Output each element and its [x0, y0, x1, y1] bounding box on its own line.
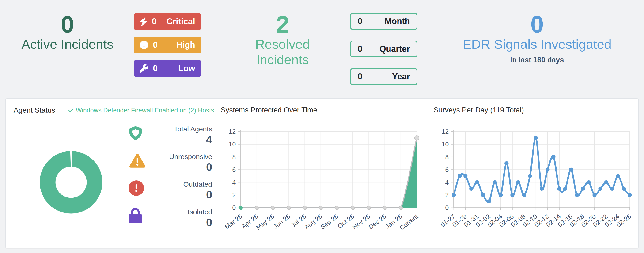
active-incidents-metric: 0 Active Incidents [7, 12, 128, 52]
critical-count: 0 [152, 17, 157, 26]
active-incidents-value: 0 [7, 12, 128, 36]
svg-text:Jun 26: Jun 26 [272, 213, 291, 230]
shield-icon [128, 125, 142, 141]
svg-text:Mar 26: Mar 26 [223, 213, 244, 230]
quarter-label: Quarter [380, 44, 410, 54]
svg-text:Sep 26: Sep 26 [319, 213, 339, 231]
low-count: 0 [153, 63, 158, 73]
high-badge[interactable]: 0 High [134, 36, 201, 53]
systems-protected-title: Systems Protected Over Time [221, 106, 317, 114]
high-count: 0 [153, 40, 158, 50]
legend-text: Isolated 0 [188, 208, 212, 229]
svg-text:Nov 26: Nov 26 [351, 213, 372, 231]
systems-protected-chart: 024681012Mar 26Apr 26May 26Jun 26Jul 26A… [221, 120, 427, 242]
low-badge[interactable]: 0 Low [134, 60, 201, 77]
edr-signals-value: 0 [438, 12, 636, 36]
systems-protected-header: Systems Protected Over Time [221, 105, 427, 115]
quarter-count: 0 [358, 44, 362, 54]
svg-text:8: 8 [445, 153, 449, 161]
agent-status-panel: Agent Status Windows Defender Firewall E… [14, 105, 214, 242]
divider [14, 119, 214, 119]
low-label: Low [178, 63, 195, 73]
lock-icon [128, 208, 142, 224]
svg-text:6: 6 [445, 166, 449, 173]
critical-badge[interactable]: 0 Critical [134, 13, 201, 30]
divider [221, 119, 427, 119]
wrench-icon [140, 64, 148, 73]
svg-text:Dec 26: Dec 26 [367, 213, 388, 231]
outdated-label: Outdated [184, 180, 212, 188]
svg-text:10: 10 [442, 141, 449, 148]
total-agents-value: 4 [174, 133, 212, 146]
agents-donut-chart [38, 149, 104, 215]
edr-signals-label: EDR Signals Investigated [438, 36, 636, 52]
svg-text:0: 0 [232, 204, 236, 211]
month-count: 0 [358, 16, 362, 26]
legend-row-unresponsive: Unresponsive 0 [128, 153, 212, 175]
surveys-per-day-panel: Surveys Per Day (119 Total) 02468101201-… [434, 105, 640, 242]
svg-text:4: 4 [232, 179, 236, 186]
surveys-per-day-chart: 02468101201-2701-2901-3102-0202-0402-060… [434, 120, 640, 242]
agents-donut-wrap [14, 123, 128, 242]
agent-status-header: Agent Status Windows Defender Firewall E… [14, 105, 214, 116]
exclamation-circle-icon [128, 180, 144, 196]
divider [434, 119, 640, 119]
legend-text: Unresponsive 0 [169, 153, 212, 173]
svg-text:12: 12 [442, 128, 449, 135]
edr-signals-main: 0 EDR Signals Investigated [438, 12, 636, 52]
agent-status-legend: Total Agents 4 Unresponsive 0 [128, 123, 214, 242]
quarter-counter[interactable]: 0 Quarter [350, 40, 418, 57]
year-counter[interactable]: 0 Year [350, 68, 418, 85]
edr-signals-metric: 0 EDR Signals Investigated in last 180 d… [438, 12, 636, 64]
legend-row-outdated: Outdated 0 [128, 180, 212, 202]
resolved-incidents-label: Resolved Incidents [243, 36, 322, 67]
isolated-value: 0 [188, 216, 212, 229]
year-label: Year [392, 72, 410, 81]
legend-text: Outdated 0 [184, 180, 212, 201]
warning-triangle-icon [128, 153, 146, 169]
resolved-incidents-value: 2 [232, 12, 333, 36]
svg-text:2: 2 [445, 191, 449, 199]
isolated-label: Isolated [188, 208, 212, 216]
agent-status-title: Agent Status [14, 106, 55, 115]
check-icon [68, 108, 74, 113]
svg-text:4: 4 [445, 179, 449, 186]
resolved-incidents-metric: 2 Resolved Incidents [232, 12, 333, 67]
svg-text:8: 8 [232, 153, 236, 161]
systems-protected-panel: Systems Protected Over Time 024681012Mar… [221, 105, 427, 242]
month-label: Month [384, 16, 410, 26]
surveys-per-day-title: Surveys Per Day (119 Total) [434, 106, 524, 114]
legend-text: Total Agents 4 [174, 125, 212, 146]
svg-text:0: 0 [445, 204, 449, 211]
svg-text:Aug 26: Aug 26 [303, 213, 324, 231]
svg-text:2: 2 [232, 191, 236, 199]
active-incidents-label: Active Incidents [7, 36, 128, 52]
svg-text:Current: Current [398, 213, 420, 231]
bolt-icon [140, 17, 147, 26]
critical-label: Critical [166, 17, 195, 26]
outdated-value: 0 [184, 188, 212, 201]
exclamation-circle-icon [140, 41, 148, 49]
legend-row-isolated: Isolated 0 [128, 208, 212, 230]
year-count: 0 [358, 72, 362, 81]
agent-status-body: Total Agents 4 Unresponsive 0 [14, 123, 214, 242]
total-agents-label: Total Agents [174, 125, 212, 133]
high-label: High [176, 40, 195, 50]
firewall-status-note: Windows Defender Firewall Enabled on (2)… [68, 107, 214, 114]
dashboard-page: 0 Active Incidents 0 Critical 0 High 0 L… [0, 0, 644, 253]
surveys-per-day-header: Surveys Per Day (119 Total) [434, 105, 640, 115]
svg-text:May 26: May 26 [254, 213, 275, 231]
unresponsive-label: Unresponsive [169, 153, 212, 161]
svg-text:6: 6 [232, 166, 236, 173]
svg-text:12: 12 [229, 128, 236, 135]
resolved-period-counters: 0 Month 0 Quarter 0 Year [350, 13, 418, 85]
edr-signals-sublabel: in last 180 days [438, 56, 636, 64]
month-counter[interactable]: 0 Month [350, 13, 418, 30]
legend-row-total-agents: Total Agents 4 [128, 125, 212, 147]
dashboard-card: Agent Status Windows Defender Firewall E… [5, 98, 639, 248]
severity-badges: 0 Critical 0 High 0 Low [134, 13, 201, 77]
svg-text:10: 10 [229, 141, 236, 148]
firewall-status-text: Windows Defender Firewall Enabled on (2)… [76, 107, 214, 114]
unresponsive-value: 0 [169, 161, 212, 173]
